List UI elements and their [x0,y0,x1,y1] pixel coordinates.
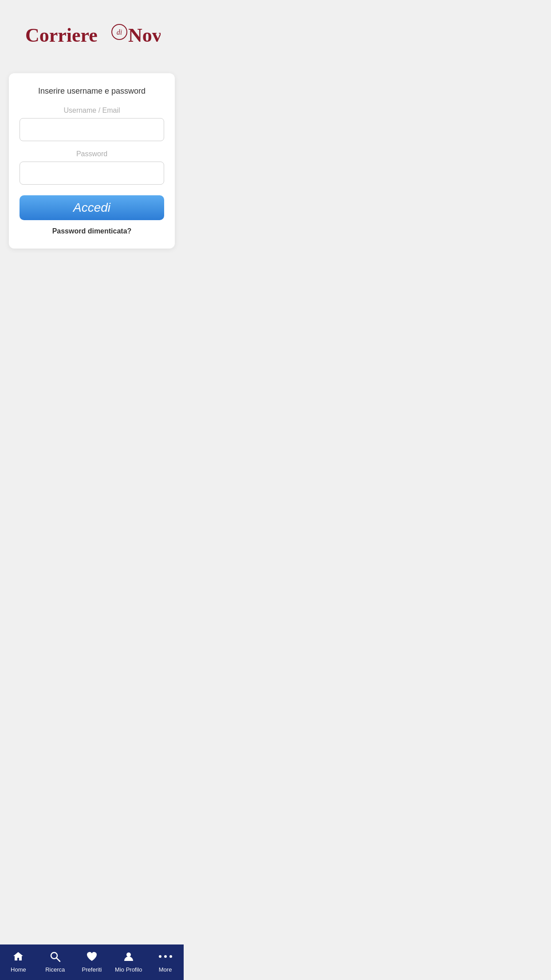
svg-text:Corriere: Corriere [25,24,98,46]
password-label: Password [20,150,164,158]
main-content: Corriere di N .logo-main { font-family: … [0,0,184,327]
corriere-novara-logo: .logo-main { font-family: Georgia, 'Time… [23,16,161,58]
username-label: Username / Email [20,107,164,115]
username-input[interactable] [20,118,164,141]
forgot-password-link[interactable]: Password dimenticata? [20,227,164,235]
logo-wrapper: .logo-main { font-family: Georgia, 'Time… [23,16,161,60]
login-card: Inserire username e password Username / … [9,73,175,249]
password-input[interactable] [20,162,164,185]
card-title: Inserire username e password [20,87,164,96]
svg-text:di: di [117,28,122,36]
svg-text:Novara: Novara [128,24,161,46]
accedi-button[interactable]: Accedi [20,195,164,220]
